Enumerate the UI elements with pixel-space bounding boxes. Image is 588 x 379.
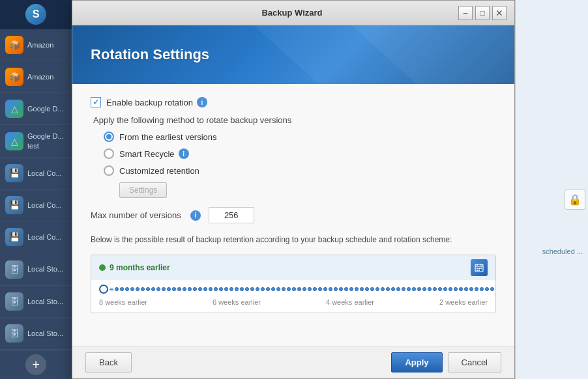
- retention-description: Below is the possible result of backup r…: [91, 234, 496, 246]
- timeline-track: 8 weeks earlier 6 weeks earlier 4 weeks …: [91, 280, 495, 313]
- sidebar-item-label-localco2: Local Co...: [27, 201, 62, 210]
- sidebar-bottom: +: [0, 350, 72, 379]
- sidebar-item-amazon2[interactable]: 📦 Amazon: [0, 61, 72, 93]
- radio-from-earliest[interactable]: [104, 132, 114, 142]
- max-versions-info-icon[interactable]: i: [190, 210, 201, 221]
- sidebar-item-gdrive1[interactable]: △ Google D...: [0, 93, 72, 125]
- timeline-chart: 9 months earlier: [91, 255, 496, 313]
- minimize-button[interactable]: –: [458, 6, 473, 20]
- timeline-time-label-4: 2 weeks earlier: [439, 298, 488, 306]
- modal-content: Enable backup rotation i Apply the follo…: [72, 84, 514, 346]
- modal-footer: Back Apply Cancel: [72, 346, 514, 378]
- sidebar-item-amazon1[interactable]: 📦 Amazon: [0, 29, 72, 61]
- svg-rect-5: [478, 268, 480, 269]
- back-button[interactable]: Back: [85, 352, 132, 372]
- sidebar-item-label-localsto2: Local Sto...: [27, 297, 63, 306]
- sidebar-item-label-localsto3: Local Sto...: [27, 329, 63, 338]
- radio-row-customized: Customized retention: [104, 165, 496, 176]
- timeline-time-label-3: 4 weeks earlier: [326, 298, 374, 306]
- amazon-icon-2: 📦: [5, 68, 23, 86]
- svg-rect-6: [480, 268, 482, 269]
- scheduled-text: scheduled ...: [542, 247, 583, 255]
- footer-right: Apply Cancel: [391, 352, 501, 372]
- app-logo: S: [0, 0, 72, 29]
- local-icon-3: 💾: [5, 228, 23, 246]
- modal-title: Backup Wizard: [126, 8, 458, 18]
- add-button[interactable]: +: [25, 354, 46, 375]
- timeline-start-node: [99, 285, 108, 294]
- maximize-button[interactable]: □: [475, 6, 490, 20]
- svg-rect-8: [478, 270, 480, 271]
- timeline-calendar-button[interactable]: [471, 259, 488, 276]
- cancel-button[interactable]: Cancel: [448, 352, 501, 372]
- local-icon-1: 💾: [5, 164, 23, 182]
- max-versions-row: Max number of versions i: [91, 207, 496, 223]
- svg-rect-4: [477, 268, 478, 269]
- settings-button[interactable]: Settings: [119, 182, 167, 198]
- sidebar: S 📦 Amazon 📦 Amazon △ Google D... △ Goog…: [0, 0, 72, 379]
- smart-recycle-info-icon[interactable]: i: [179, 148, 189, 159]
- enable-rotation-label: Enable backup rotation: [106, 98, 193, 107]
- gdrive-icon-1: △: [5, 100, 23, 118]
- sidebar-item-localco1[interactable]: 💾 Local Co...: [0, 158, 72, 190]
- modal-header: Rotation Settings: [72, 25, 514, 84]
- sidebar-item-localsto3[interactable]: 🗄 Local Sto...: [0, 318, 72, 350]
- timeline-dot-small: [115, 287, 119, 291]
- close-button[interactable]: ✕: [492, 6, 507, 20]
- sidebar-item-label-gdrive2: Google D... test: [27, 132, 66, 150]
- sidebar-item-localco3[interactable]: 💾 Local Co...: [0, 221, 72, 253]
- sidebar-item-label-gdrive1: Google D...: [27, 104, 64, 113]
- local-storage-icon-1: 🗄: [5, 260, 23, 279]
- enable-rotation-info-icon[interactable]: i: [197, 97, 207, 107]
- sidebar-item-localsto2[interactable]: 🗄 Local Sto...: [0, 286, 72, 318]
- sidebar-item-localco2[interactable]: 💾 Local Co...: [0, 190, 72, 221]
- max-versions-label: Max number of versions: [91, 210, 181, 220]
- radio-row-earliest: From the earliest versions: [104, 132, 496, 142]
- right-panel: 🔒 scheduled ...: [515, 0, 588, 379]
- enable-rotation-row: Enable backup rotation i: [91, 97, 496, 107]
- radio-label-smart-recycle: Smart Recycle: [119, 149, 175, 159]
- gdrive-icon-2: △: [5, 132, 23, 150]
- timeline-time-label-1: 8 weeks earlier: [99, 298, 147, 306]
- local-storage-icon-2: 🗄: [5, 292, 23, 311]
- amazon-icon-1: 📦: [5, 36, 23, 54]
- sidebar-item-label-localco1: Local Co...: [27, 169, 62, 178]
- logo-icon: S: [25, 4, 46, 25]
- lock-icon: 🔒: [565, 189, 585, 210]
- radio-smart-recycle[interactable]: [104, 148, 114, 159]
- timeline-label: 9 months earlier: [110, 263, 170, 272]
- timeline-line: [99, 284, 488, 294]
- radio-label-earliest: From the earliest versions: [119, 132, 217, 142]
- backup-wizard-modal: Backup Wizard – □ ✕ Rotation Settings En…: [72, 0, 515, 379]
- desktop: S 📦 Amazon 📦 Amazon △ Google D... △ Goog…: [0, 0, 588, 379]
- rotation-method-group: From the earliest versions Smart Recycle…: [91, 132, 496, 198]
- timeline-header: 9 months earlier: [91, 255, 495, 280]
- local-icon-2: 💾: [5, 196, 23, 214]
- sidebar-item-label-amazon2: Amazon: [27, 72, 53, 81]
- sidebar-item-label-localsto1: Local Sto...: [27, 264, 63, 274]
- header-title: Rotation Settings: [91, 46, 209, 63]
- radio-row-smart-recycle: Smart Recycle i: [104, 148, 496, 159]
- sidebar-item-label-localco3: Local Co...: [27, 232, 62, 242]
- radio-customized-retention[interactable]: [104, 165, 114, 176]
- modal-titlebar: Backup Wizard – □ ✕: [72, 1, 514, 25]
- max-versions-input[interactable]: [209, 207, 254, 223]
- sidebar-item-localsto1[interactable]: 🗄 Local Sto...: [0, 253, 72, 285]
- local-storage-icon-3: 🗄: [5, 324, 23, 343]
- apply-button[interactable]: Apply: [391, 352, 442, 372]
- timeline-labels: 8 weeks earlier 6 weeks earlier 4 weeks …: [99, 297, 488, 310]
- method-description: Apply the following method to rotate bac…: [91, 115, 496, 125]
- svg-rect-7: [477, 270, 478, 271]
- timeline-time-label-2: 6 weeks earlier: [213, 298, 261, 306]
- radio-label-customized: Customized retention: [119, 166, 199, 176]
- timeline-status-dot: [99, 264, 106, 271]
- footer-left: Back: [85, 352, 132, 372]
- sidebar-item-label-amazon1: Amazon: [27, 40, 53, 49]
- sidebar-item-gdrive2[interactable]: △ Google D... test: [0, 125, 72, 157]
- titlebar-controls: – □ ✕: [458, 6, 507, 20]
- enable-rotation-checkbox[interactable]: [91, 97, 101, 107]
